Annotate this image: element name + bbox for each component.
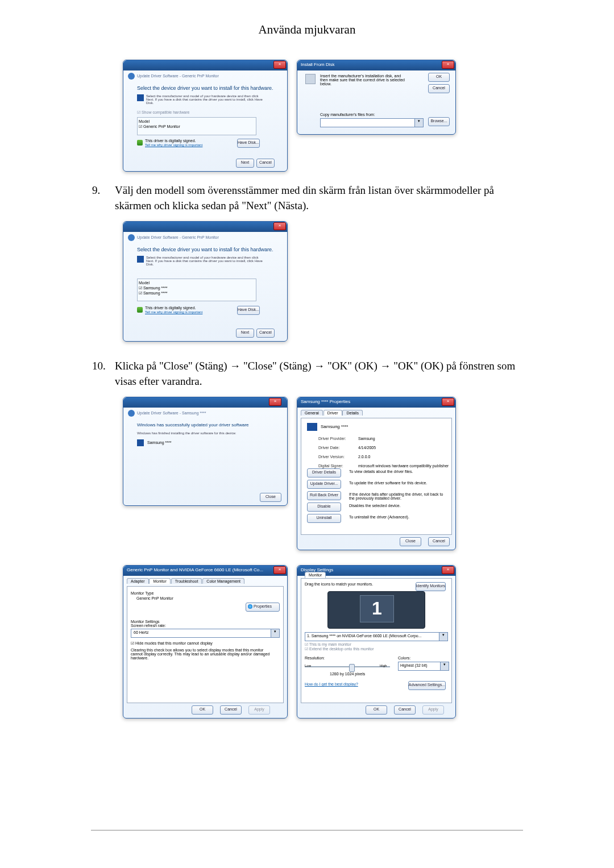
close-icon[interactable]: × <box>273 222 286 230</box>
update-driver-button[interactable]: Update Driver... <box>307 480 341 489</box>
monitor-1[interactable]: 1 <box>360 595 394 622</box>
hide-modes-checkbox[interactable]: ☑ Hide modes that this monitor cannot di… <box>131 641 280 646</box>
tab-general[interactable]: General <box>301 410 323 416</box>
model-listbox[interactable]: Model ☑ Samsung **** ☑ Samsung **** <box>137 279 256 301</box>
close-icon[interactable]: × <box>442 566 454 574</box>
low-label: Low <box>305 664 311 667</box>
resolution-value: 1280 by 1024 pixels <box>330 672 365 676</box>
titlebar: × <box>123 60 287 70</box>
titlebar: Generic PnP Monitor and NVIDIA GeForce 6… <box>123 566 287 576</box>
close-icon[interactable]: × <box>442 398 454 406</box>
signing-link[interactable]: Tell me why driver signing is important <box>145 143 202 147</box>
step-9: 9. Välj den modell som överensstämmer me… <box>92 183 522 213</box>
advanced-settings-button[interactable]: Advanced Settings... <box>408 681 446 690</box>
close-icon[interactable]: × <box>442 61 454 69</box>
signer-value: microsoft windows hardware compatibility… <box>358 464 449 468</box>
monitor-preview[interactable]: 1 <box>327 591 425 629</box>
signing-link[interactable]: Tell me why driver signing is important <box>145 310 202 314</box>
wizard-heading: Select the device driver you want to ins… <box>137 85 273 91</box>
ok-button[interactable]: OK <box>366 705 387 715</box>
uninstall-desc: To uninstall the driver (Advanced). <box>349 515 449 519</box>
hide-modes-note: Clearing this check box allows you to se… <box>131 648 273 660</box>
close-icon[interactable]: × <box>269 398 281 406</box>
tab-details[interactable]: Details <box>342 410 362 416</box>
resolution-slider[interactable] <box>305 663 390 671</box>
model-item[interactable]: ☑ Generic PnP Monitor <box>139 124 255 129</box>
install-message: Insert the manufacturer's installation d… <box>320 74 405 86</box>
update-done-window: × Update Driver Software - Samsung **** … <box>123 397 288 506</box>
floppy-icon <box>137 94 144 101</box>
model-item[interactable]: ☑ Samsung **** <box>139 285 255 290</box>
close-icon[interactable]: × <box>273 566 286 574</box>
best-display-link[interactable]: How do I get the best display? <box>305 682 358 686</box>
have-disk-button[interactable]: Have Disk... <box>237 306 260 315</box>
titlebar: × <box>123 222 287 232</box>
next-button[interactable]: Next <box>236 329 254 338</box>
high-label: High <box>380 664 387 667</box>
show-compatible-checkbox[interactable]: ☑ Show compatible hardware <box>137 110 189 115</box>
model-header: Model <box>139 119 255 124</box>
screenshot-group-1: × Update Driver Software - Generic PnP M… <box>123 60 522 171</box>
cancel-button[interactable]: Cancel <box>394 705 416 715</box>
have-disk-button[interactable]: Have Disk... <box>237 139 260 148</box>
properties-button[interactable]: Properties <box>246 603 280 612</box>
screenshot-group-4: Generic PnP Monitor and NVIDIA GeForce 6… <box>123 565 522 724</box>
device-name: Samsung **** <box>147 441 171 445</box>
ok-button[interactable]: OK <box>192 705 213 715</box>
back-icon[interactable] <box>128 234 135 241</box>
signed-label: This driver is digitally signed. <box>145 139 196 143</box>
signed-label: This driver is digitally signed. <box>145 306 196 310</box>
path-input[interactable]: ▾ <box>320 118 424 127</box>
close-button[interactable]: Close <box>260 493 281 502</box>
back-icon[interactable] <box>128 410 135 417</box>
tab-driver[interactable]: Driver <box>323 410 342 416</box>
main-monitor-checkbox[interactable]: ☑ This is my main monitor <box>305 642 374 647</box>
cancel-button[interactable]: Cancel <box>256 159 275 168</box>
dropdown-icon[interactable]: ▾ <box>414 119 423 127</box>
dropdown-icon[interactable]: ▾ <box>271 629 279 637</box>
model-item[interactable]: ☑ Samsung **** <box>139 290 255 296</box>
tab-color[interactable]: Color Management <box>202 578 244 584</box>
crumb-text: Update Driver Software - Generic PnP Mon… <box>137 74 219 78</box>
cancel-button[interactable]: Cancel <box>428 537 450 546</box>
tab-monitor[interactable]: Monitor <box>305 572 326 578</box>
extend-desktop-checkbox[interactable]: ☑ Extend the desktop onto this monitor <box>305 647 374 651</box>
refresh-rate-combo[interactable]: 60 Hertz ▾ <box>131 629 280 638</box>
provider-value: Samsung <box>358 437 375 441</box>
close-icon[interactable]: × <box>273 61 286 69</box>
driver-details-button[interactable]: Driver Details <box>307 468 341 477</box>
cancel-button[interactable]: Cancel <box>220 705 242 715</box>
model-listbox[interactable]: Model ☑ Generic PnP Monitor <box>137 117 256 135</box>
back-icon[interactable] <box>128 73 135 80</box>
resolution-label: Resolution: <box>305 656 325 660</box>
tabs: Adapter Monitor Troubleshoot Color Manag… <box>127 578 244 584</box>
ok-button[interactable]: OK <box>428 73 450 82</box>
apply-button[interactable]: Apply <box>422 705 444 715</box>
tab-adapter[interactable]: Adapter <box>127 578 149 584</box>
rollback-driver-button[interactable]: Roll Back Driver <box>307 491 341 500</box>
tab-troubleshoot[interactable]: Troubleshoot <box>171 578 202 584</box>
step-text: Välj den modell som överensstämmer med d… <box>115 183 522 213</box>
browse-button[interactable]: Browse... <box>428 117 450 126</box>
footer-divider <box>91 830 523 830</box>
slider-knob[interactable] <box>349 664 355 672</box>
close-button[interactable]: Close <box>400 537 421 546</box>
display-select[interactable]: 1. Samsung **** on NVIDIA GeForce 6600 L… <box>305 632 448 641</box>
date-label: Driver Date: <box>318 446 356 450</box>
dropdown-icon[interactable]: ▾ <box>439 633 447 641</box>
next-button[interactable]: Next <box>236 159 254 168</box>
cancel-button[interactable]: Cancel <box>256 329 275 338</box>
page-title: Använda mjukvaran <box>92 23 522 37</box>
uninstall-button[interactable]: Uninstall <box>307 514 341 523</box>
tab-monitor[interactable]: Monitor <box>149 578 170 584</box>
colors-combo[interactable]: Highest (32 bit) ▾ <box>398 662 449 671</box>
dropdown-icon[interactable]: ▾ <box>440 662 449 670</box>
apply-button[interactable]: Apply <box>248 705 270 715</box>
wizard-heading: Windows has successfully updated your dr… <box>137 422 249 427</box>
wizard-hint: Windows has finished installing the driv… <box>137 431 268 435</box>
identify-monitors-button[interactable]: Identify Monitors <box>416 582 446 591</box>
cancel-button[interactable]: Cancel <box>428 84 450 93</box>
details-desc: To view details about the driver files. <box>349 470 449 474</box>
colors-label: Colors: <box>398 656 410 660</box>
disable-button[interactable]: Disable <box>307 502 341 512</box>
